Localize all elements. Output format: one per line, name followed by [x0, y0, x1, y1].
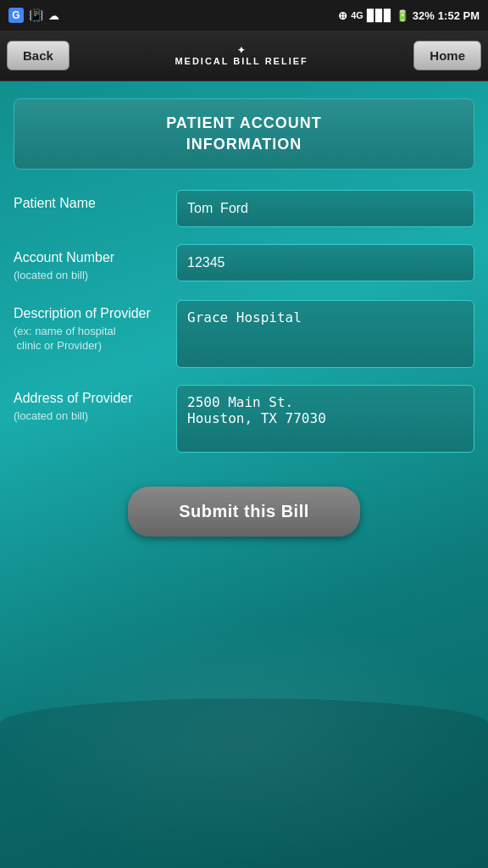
provider-description-row: Description of Provider (ex: name of hos…: [14, 300, 474, 368]
provider-description-input[interactable]: Grace Hospital: [176, 300, 474, 368]
status-bar: G 📳 ☁ ⊕ 4G ▊▊▊ 🔋 32% 1:52 PM: [0, 0, 488, 31]
time-display: 1:52 PM: [438, 9, 480, 22]
submit-bill-button[interactable]: Submit this Bill: [128, 487, 360, 537]
status-right-icons: ⊕ 4G ▊▊▊ 🔋 32% 1:52 PM: [338, 9, 480, 22]
signal-icon: ⊕: [338, 9, 347, 22]
submit-section: Submit this Bill: [14, 487, 474, 537]
patient-name-row: Patient Name: [14, 190, 474, 227]
provider-address-input[interactable]: 2500 Main St. Houston, TX 77030: [176, 385, 474, 453]
section-title: PATIENT ACCOUNTINFORMATION: [31, 113, 457, 155]
bars-icon: ▊▊▊: [367, 9, 392, 22]
home-button[interactable]: Home: [413, 41, 481, 70]
account-number-label: Account Number (located on bill): [14, 244, 166, 283]
patient-name-label: Patient Name: [14, 190, 166, 213]
google-icon: G: [8, 8, 24, 23]
provider-description-label: Description of Provider (ex: name of hos…: [14, 300, 166, 353]
network-badge: 4G: [351, 10, 363, 20]
bottom-area: [0, 554, 488, 868]
account-number-input[interactable]: [176, 244, 474, 281]
bottom-bg-decoration: [0, 698, 488, 868]
status-left-icons: G 📳 ☁: [8, 8, 59, 23]
account-number-row: Account Number (located on bill): [14, 244, 474, 283]
battery-pct: 32%: [413, 9, 435, 22]
nav-bar: Back ✦ MEDICAL BILL RELIEF Home: [0, 31, 488, 81]
section-header: PATIENT ACCOUNTINFORMATION: [14, 98, 474, 170]
cloud-icon: ☁: [48, 9, 59, 22]
app-title: ✦ MEDICAL BILL RELIEF: [69, 45, 413, 66]
provider-address-row: Address of Provider (located on bill) 25…: [14, 385, 474, 453]
patient-name-input[interactable]: [176, 190, 474, 227]
battery-icon: 🔋: [396, 9, 409, 22]
provider-address-label: Address of Provider (located on bill): [14, 385, 166, 424]
main-content: PATIENT ACCOUNTINFORMATION Patient Name …: [0, 81, 488, 554]
back-button[interactable]: Back: [7, 41, 69, 70]
voicemail-icon: 📳: [29, 8, 43, 22]
